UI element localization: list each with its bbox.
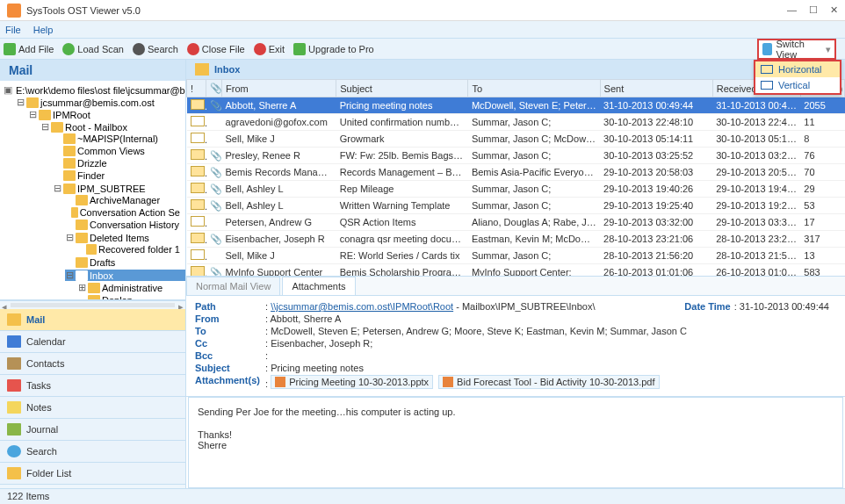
nav-contacts[interactable]: Contacts xyxy=(0,353,185,375)
menu-help[interactable]: Help xyxy=(33,25,54,35)
envelope-icon xyxy=(191,99,205,110)
title-bar: SysTools OST Viewer v5.0 — ☐ ✕ xyxy=(0,0,845,21)
menu-file[interactable]: File xyxy=(5,25,21,35)
tree-scrollbar[interactable]: ◂▸ xyxy=(0,300,185,309)
message-body: Sending Per Joe for the meeting…his comp… xyxy=(188,397,843,488)
envelope-icon xyxy=(191,233,205,243)
col-attach[interactable]: 📎 xyxy=(206,80,222,97)
preview-tabs: Normal Mail View Attachments xyxy=(186,277,845,296)
tree-ipm-subtree[interactable]: ⊟IPM_SUBTREE xyxy=(53,183,185,194)
tree-inbox[interactable]: ⊟Inbox xyxy=(65,270,185,281)
envelope-icon xyxy=(191,149,205,160)
nav-search[interactable]: Search xyxy=(0,441,185,463)
switch-vertical[interactable]: Vertical xyxy=(755,77,840,93)
nav-notes[interactable]: Notes xyxy=(0,397,185,419)
detail-path-link[interactable]: \\jcsummar@bemis.com.ost\IPMRoot\Root xyxy=(271,301,453,312)
message-grid[interactable]: ! 📎 From Subject To Sent Received Size(K… xyxy=(186,79,845,277)
tree-drafts[interactable]: Drafts xyxy=(65,257,185,268)
nav-calendar[interactable]: Calendar xyxy=(0,331,185,353)
tree-common[interactable]: Common Views xyxy=(53,146,185,156)
message-row[interactable]: 📎Abbott, Sherre APricing meeting notesMc… xyxy=(187,97,845,114)
tree-root-mailbox[interactable]: ⊟Root - Mailbox xyxy=(40,121,185,133)
col-from[interactable]: From xyxy=(222,80,336,97)
app-icon xyxy=(7,4,21,18)
tree-ipmroot[interactable]: ⊟IPMRoot xyxy=(28,109,185,120)
tree-finder[interactable]: Finder xyxy=(53,170,185,181)
tree-mapisp[interactable]: ~MAPISP(Internal) xyxy=(53,133,185,144)
menu-bar: File Help xyxy=(0,21,845,39)
folder-tree[interactable]: ▣E:\work\demo files\ost file\jcsummar@b … xyxy=(0,81,185,300)
tree-admin[interactable]: ⊞Administrative xyxy=(77,282,185,293)
col-subject[interactable]: Subject xyxy=(336,80,468,97)
refresh-icon xyxy=(62,43,75,55)
envelope-icon xyxy=(191,166,205,176)
nav-journal[interactable]: Journal xyxy=(0,419,185,441)
tab-attachments[interactable]: Attachments xyxy=(282,277,355,295)
list-header: Inbox xyxy=(186,60,845,79)
col-sent[interactable]: Sent xyxy=(600,80,712,97)
upgrade-button[interactable]: Upgrade to Pro xyxy=(293,43,374,55)
tree-convhistory[interactable]: Conversation History xyxy=(65,220,185,230)
x-icon xyxy=(187,43,199,55)
x-icon xyxy=(254,43,266,55)
nav-folderlist[interactable]: Folder List xyxy=(0,463,185,485)
tree-file[interactable]: ⊟jcsummar@bemis.com.ost xyxy=(16,97,185,108)
minimize-button[interactable]: — xyxy=(787,4,797,16)
message-row[interactable]: 📎Bell, Ashley LWritten Warning TemplateS… xyxy=(187,198,845,214)
envelope-icon xyxy=(191,249,205,260)
switch-view-menu: Horizontal Vertical xyxy=(754,60,841,95)
envelope-icon xyxy=(191,183,205,193)
arrow-up-icon xyxy=(293,43,306,55)
layout-icon xyxy=(762,43,772,55)
close-file-button[interactable]: Close File xyxy=(187,43,245,55)
maximize-button[interactable]: ☐ xyxy=(809,4,818,16)
message-row[interactable]: 📎Bell, Ashley LRep MileageSummar, Jason … xyxy=(187,181,845,198)
col-to[interactable]: To xyxy=(468,80,600,97)
search-icon xyxy=(133,43,145,55)
nav-mail[interactable]: Mail xyxy=(0,309,185,331)
envelope-icon xyxy=(191,199,205,210)
attachment-2[interactable]: Bid Forecast Tool - Bid Activity 10-30-2… xyxy=(438,375,659,389)
tree-deleted[interactable]: ⊟Deleted Items xyxy=(65,232,185,243)
tree-drizzle[interactable]: Drizzle xyxy=(53,158,185,169)
toolbar: Add File Load Scan Search Close File Exi… xyxy=(0,39,845,60)
attachment-1[interactable]: Pricing Meeting 10-30-2013.pptx xyxy=(271,375,433,389)
envelope-icon xyxy=(191,266,205,277)
nav-tasks[interactable]: Tasks xyxy=(0,375,185,397)
window-title: SysTools OST Viewer v5.0 xyxy=(26,5,787,16)
load-scan-button[interactable]: Load Scan xyxy=(62,43,124,55)
tab-normal-view[interactable]: Normal Mail View xyxy=(186,277,280,295)
message-row[interactable]: Petersen, Andrew GQSR Action ItemsAliano… xyxy=(187,214,845,231)
tree-root[interactable]: ▣E:\work\demo files\ost file\jcsummar@b xyxy=(4,84,185,96)
envelope-icon xyxy=(191,116,205,126)
exit-button[interactable]: Exit xyxy=(254,43,285,55)
envelope-icon xyxy=(191,216,205,227)
switch-horizontal[interactable]: Horizontal xyxy=(755,61,840,77)
tree-archive[interactable]: ArchiveManager xyxy=(65,195,185,205)
tree-convaction[interactable]: Conversation Action Se xyxy=(65,207,185,218)
message-row[interactable]: 📎MyInfo Support CenterBemis Scholarship … xyxy=(187,264,845,277)
envelope-icon xyxy=(191,133,205,143)
search-button[interactable]: Search xyxy=(133,43,178,55)
col-icon[interactable]: ! xyxy=(187,80,206,97)
message-row[interactable]: 📎Bemis Records Manageme…Records Manageme… xyxy=(187,164,845,181)
close-window-button[interactable]: ✕ xyxy=(830,4,838,16)
add-file-button[interactable]: Add File xyxy=(4,43,54,55)
message-row[interactable]: 📎Eisenbacher, Joseph Rconagra qsr meetin… xyxy=(187,231,845,248)
message-row[interactable]: Sell, Mike JRE: World Series / Cards tix… xyxy=(187,248,845,264)
message-row[interactable]: Sell, Mike JGrowmarkSummar, Jason C; McD… xyxy=(187,131,845,148)
left-pane-header: Mail xyxy=(0,60,185,81)
switch-view-dropdown[interactable]: Switch View Horizontal Vertical xyxy=(757,39,836,60)
message-row[interactable]: agravedoni@gofox.comUnited confirmation … xyxy=(187,114,845,131)
message-row[interactable]: 📎Presley, Renee RFW: Fw: 25lb. Bemis Bag… xyxy=(187,148,845,164)
tree-recovered[interactable]: Recovered folder 1 xyxy=(77,244,185,255)
plus-icon xyxy=(4,43,16,55)
message-details: Date Time: 31-10-2013 00:49:44 Path: \\j… xyxy=(186,296,845,397)
status-bar: 122 Items xyxy=(0,488,845,504)
